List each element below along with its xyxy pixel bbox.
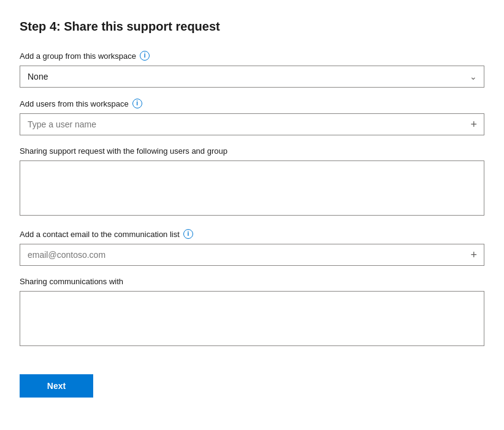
sharing-users-label-text: Sharing support request with the followi… bbox=[20, 146, 227, 156]
sharing-users-label: Sharing support request with the followi… bbox=[20, 146, 484, 156]
add-user-icon[interactable]: + bbox=[470, 119, 477, 130]
contact-email-info-icon[interactable]: i bbox=[183, 229, 193, 239]
contact-email-input[interactable] bbox=[20, 244, 484, 266]
users-input-wrapper: + bbox=[20, 113, 484, 135]
users-label: Add users from this workspace i bbox=[20, 99, 484, 108]
contact-email-section: Add a contact email to the communication… bbox=[20, 229, 484, 266]
page-title: Step 4: Share this support request bbox=[20, 20, 484, 34]
users-section: Add users from this workspace i + bbox=[20, 99, 484, 135]
contact-email-label: Add a contact email to the communication… bbox=[20, 229, 484, 239]
sharing-comms-label: Sharing communications with bbox=[20, 277, 484, 286]
group-label: Add a group from this workspace i bbox=[20, 51, 484, 61]
contact-email-input-wrapper: + bbox=[20, 244, 484, 266]
users-label-text: Add users from this workspace bbox=[20, 99, 129, 108]
sharing-comms-label-text: Sharing communications with bbox=[20, 277, 123, 286]
sharing-comms-section: Sharing communications with bbox=[20, 277, 484, 349]
group-label-text: Add a group from this workspace bbox=[20, 51, 136, 61]
users-info-icon[interactable]: i bbox=[132, 99, 142, 108]
users-input[interactable] bbox=[20, 113, 484, 135]
group-section: Add a group from this workspace i None ⌄ bbox=[20, 51, 484, 88]
group-select[interactable]: None bbox=[20, 66, 484, 88]
sharing-users-textarea[interactable] bbox=[20, 160, 484, 216]
sharing-comms-textarea[interactable] bbox=[20, 291, 484, 346]
group-info-icon[interactable]: i bbox=[140, 51, 150, 61]
contact-email-label-text: Add a contact email to the communication… bbox=[20, 230, 180, 239]
sharing-users-section: Sharing support request with the followi… bbox=[20, 146, 484, 218]
add-email-icon[interactable]: + bbox=[470, 249, 477, 260]
group-select-wrapper: None ⌄ bbox=[20, 66, 484, 88]
next-button[interactable]: Next bbox=[20, 374, 93, 398]
